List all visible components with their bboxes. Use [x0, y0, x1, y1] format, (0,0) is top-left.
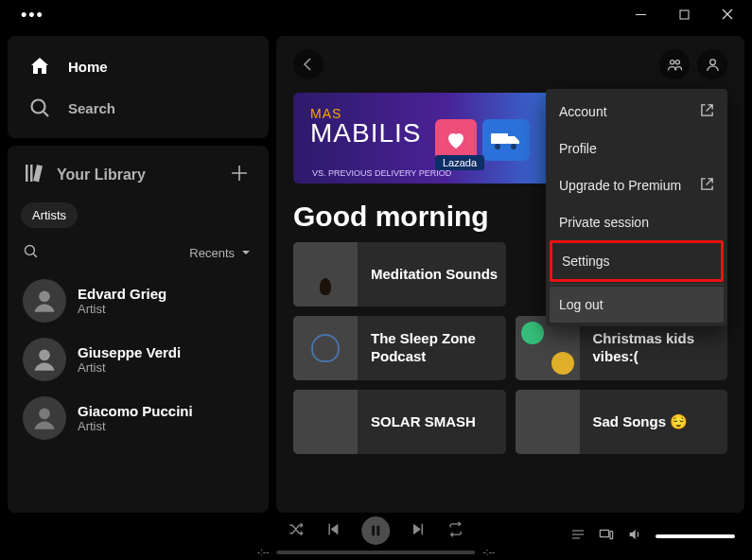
svg-point-1: [32, 100, 45, 114]
menu-profile[interactable]: Profile: [550, 131, 724, 166]
nav-panel: Home Search: [8, 36, 269, 138]
home-icon: [28, 55, 51, 78]
player-bar: -:-- -:--: [0, 513, 752, 560]
devices-icon: [599, 527, 614, 542]
skip-forward-icon: [411, 521, 428, 537]
card-thumb: [293, 390, 358, 454]
svg-point-7: [39, 409, 50, 420]
nav-home[interactable]: Home: [17, 45, 259, 87]
library-item-sub: Artist: [78, 302, 166, 316]
friends-activity-button[interactable]: [659, 49, 690, 79]
external-link-icon: [700, 103, 714, 120]
card-label: Sad Songs 😌: [593, 413, 696, 431]
library-item[interactable]: Giacomo Puccini Artist: [19, 393, 257, 444]
svg-point-6: [39, 350, 50, 361]
app-menu-dots[interactable]: •••: [8, 6, 44, 26]
svg-point-9: [675, 60, 679, 63]
nav-home-label: Home: [68, 59, 108, 75]
sidebar: Home Search Your Library: [8, 36, 269, 513]
search-icon: [28, 96, 51, 119]
menu-separator: [550, 284, 724, 285]
svg-point-5: [39, 291, 50, 303]
menu-account[interactable]: Account: [550, 93, 724, 131]
menu-logout[interactable]: Log out: [550, 287, 724, 323]
user-menu-button[interactable]: [697, 49, 727, 79]
skip-back-icon: [325, 521, 341, 537]
queue-button[interactable]: [570, 527, 586, 546]
main-view: MAS MABILIS VS. PREVIOUS DELIVERY PERIOD…: [276, 36, 744, 513]
card-label: The Sleep Zone Podcast: [371, 330, 506, 366]
external-link-icon: [700, 177, 714, 194]
previous-button[interactable]: [325, 521, 341, 541]
shuffle-icon: [289, 521, 305, 537]
play-pause-button[interactable]: [362, 516, 391, 545]
library-sort-button[interactable]: Recents: [189, 246, 252, 260]
svg-rect-0: [680, 10, 689, 19]
card-label: Christmas kids vibes:(: [593, 330, 728, 366]
window-close[interactable]: [716, 9, 739, 23]
truck-icon: [482, 119, 530, 161]
library-item-sub: Artist: [78, 360, 181, 375]
queue-icon: [570, 527, 586, 542]
user-dropdown: Account Profile Upgrade to Premium Priva…: [546, 89, 727, 326]
volume-button[interactable]: [627, 527, 642, 546]
svg-rect-3: [30, 165, 33, 182]
library-sort-label: Recents: [189, 246, 235, 260]
shortcut-card[interactable]: Meditation Sounds: [293, 242, 506, 306]
library-item-name: Giuseppe Verdi: [78, 344, 181, 360]
shortcut-card[interactable]: The Sleep Zone Podcast: [293, 316, 506, 380]
shortcut-card[interactable]: SOLAR SMASH: [293, 390, 506, 454]
svg-rect-17: [610, 532, 613, 539]
window-maximize[interactable]: [673, 9, 695, 23]
svg-rect-11: [491, 133, 508, 144]
artist-avatar: [23, 279, 66, 323]
library-search-button[interactable]: [23, 243, 39, 262]
menu-label: Profile: [559, 141, 597, 156]
svg-point-10: [709, 59, 715, 64]
svg-point-8: [670, 60, 673, 63]
volume-slider[interactable]: [656, 534, 735, 538]
card-label: SOLAR SMASH: [371, 413, 483, 431]
shortcut-card[interactable]: Sad Songs 😌: [516, 390, 728, 454]
user-icon: [705, 57, 721, 73]
next-button[interactable]: [411, 521, 428, 541]
library-title: Your Library: [57, 166, 146, 184]
menu-label: Upgrade to Premium: [559, 178, 681, 193]
library-header[interactable]: Your Library: [23, 162, 146, 188]
card-label: Meditation Sounds: [371, 266, 505, 284]
pause-icon: [370, 524, 383, 537]
library-item-name: Edvard Grieg: [78, 286, 166, 302]
artist-avatar: [23, 396, 66, 440]
nav-search[interactable]: Search: [17, 87, 259, 129]
card-thumb: [293, 316, 358, 380]
repeat-icon: [448, 521, 464, 537]
menu-label: Settings: [562, 254, 610, 269]
svg-rect-16: [600, 530, 608, 536]
library-item[interactable]: Giuseppe Verdi Artist: [19, 334, 257, 385]
card-thumb: [516, 390, 580, 454]
menu-label: Log out: [559, 297, 603, 312]
menu-label: Account: [559, 104, 607, 119]
progress-bar[interactable]: [277, 551, 476, 554]
svg-point-4: [25, 245, 34, 254]
back-button[interactable]: [293, 49, 324, 79]
svg-rect-2: [26, 165, 28, 182]
card-thumb: [293, 242, 358, 306]
menu-private-session[interactable]: Private session: [550, 204, 724, 240]
svg-rect-14: [372, 526, 375, 536]
banner-sub: VS. PREVIOUS DELIVERY PERIOD: [312, 168, 451, 178]
nav-search-label: Search: [68, 100, 115, 116]
menu-upgrade[interactable]: Upgrade to Premium: [550, 166, 724, 204]
repeat-button[interactable]: [448, 521, 464, 541]
library-panel: Your Library Artists Recents: [8, 146, 269, 513]
shuffle-button[interactable]: [289, 521, 305, 541]
devices-button[interactable]: [599, 527, 614, 546]
volume-icon: [627, 527, 642, 542]
library-add-button[interactable]: [225, 161, 254, 189]
banner-brand: Lazada: [435, 155, 484, 170]
banner-line2: MABILIS: [310, 121, 421, 145]
menu-settings[interactable]: Settings: [550, 240, 724, 282]
window-minimize[interactable]: [629, 9, 652, 23]
filter-chip-artists[interactable]: Artists: [21, 202, 78, 228]
library-item[interactable]: Edvard Grieg Artist: [19, 275, 257, 326]
